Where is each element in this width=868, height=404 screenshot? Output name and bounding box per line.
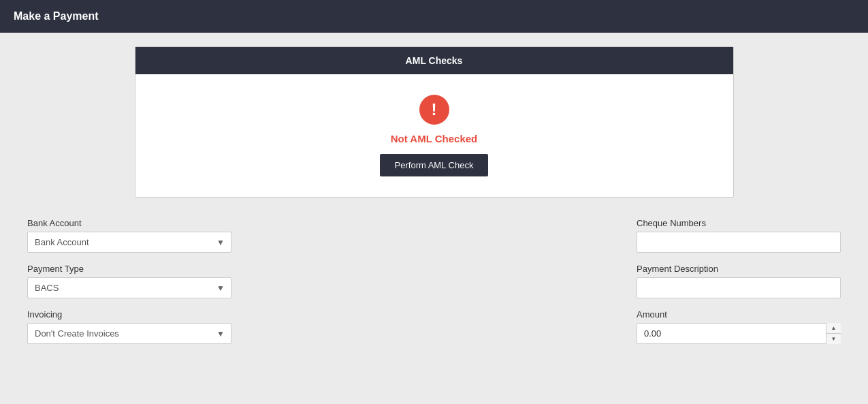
bank-account-group: Bank Account Bank Account ▼ (27, 218, 231, 253)
payment-form: Bank Account Bank Account ▼ Payment Type… (27, 218, 841, 344)
amount-wrapper: ▲ ▼ (637, 323, 841, 344)
invoicing-group: Invoicing Don't Create Invoices Create I… (27, 309, 231, 344)
aml-card-body: ! Not AML Checked Perform AML Check (135, 74, 733, 197)
amount-input[interactable] (637, 323, 841, 344)
cheque-numbers-group: Cheque Numbers (637, 218, 841, 253)
invoicing-label: Invoicing (27, 309, 231, 320)
warning-icon: ! (419, 95, 449, 125)
amount-spinner-up[interactable]: ▲ (826, 323, 841, 334)
page-title: Make a Payment (14, 10, 99, 22)
payment-description-group: Payment Description (637, 264, 841, 298)
main-content: AML Checks ! Not AML Checked Perform AML… (0, 33, 868, 404)
bank-account-select[interactable]: Bank Account (27, 232, 231, 253)
amount-spinner-down[interactable]: ▼ (826, 334, 841, 344)
warning-icon-text: ! (432, 102, 437, 118)
amount-spinners: ▲ ▼ (826, 323, 841, 344)
aml-card-header: AML Checks (135, 47, 733, 74)
aml-heading: AML Checks (406, 55, 463, 66)
amount-label: Amount (637, 309, 841, 320)
bank-account-select-wrapper: Bank Account ▼ (27, 232, 231, 253)
invoicing-select-wrapper: Don't Create Invoices Create Invoices ▼ (27, 323, 231, 344)
payment-description-input[interactable] (637, 277, 841, 298)
payment-type-group: Payment Type BACS Cheque Cash ▼ (27, 264, 231, 298)
payment-type-select[interactable]: BACS Cheque Cash (27, 277, 231, 298)
payment-type-select-wrapper: BACS Cheque Cash ▼ (27, 277, 231, 298)
form-right: Cheque Numbers Payment Description Amoun… (637, 218, 841, 344)
bank-account-label: Bank Account (27, 218, 231, 228)
aml-status-text: Not AML Checked (391, 133, 478, 144)
form-left: Bank Account Bank Account ▼ Payment Type… (27, 218, 231, 344)
cheque-numbers-input[interactable] (637, 232, 841, 253)
perform-aml-check-button[interactable]: Perform AML Check (380, 154, 489, 176)
amount-group: Amount ▲ ▼ (637, 309, 841, 344)
invoicing-select[interactable]: Don't Create Invoices Create Invoices (27, 323, 231, 344)
aml-card: AML Checks ! Not AML Checked Perform AML… (135, 46, 734, 198)
page-header: Make a Payment (0, 0, 868, 33)
payment-description-label: Payment Description (637, 264, 841, 274)
payment-type-label: Payment Type (27, 264, 231, 274)
cheque-numbers-label: Cheque Numbers (637, 218, 841, 228)
